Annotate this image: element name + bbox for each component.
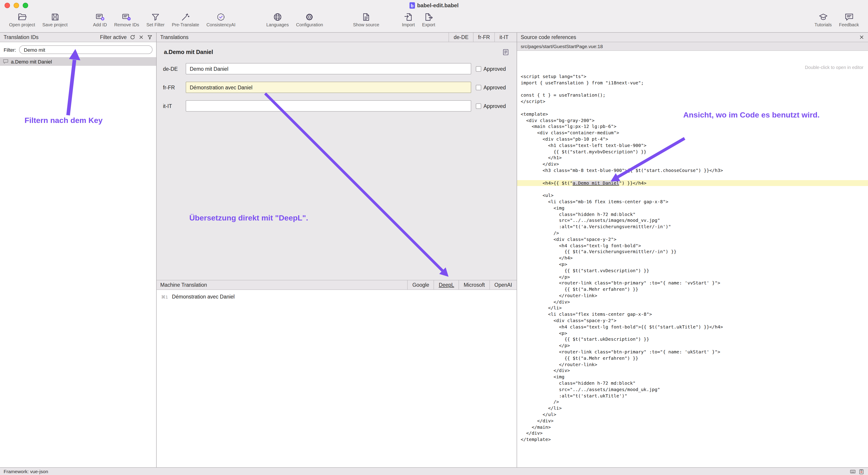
approved-checkbox-de-DE[interactable]: Approved [476,66,510,71]
toolbar-button-show-source[interactable]: Show source [349,12,383,27]
code-line: <div class="space-y-2"> [521,317,868,324]
filter-input[interactable] [19,45,153,54]
approved-checkbox-it-IT[interactable]: Approved [476,103,510,109]
toolbar-label: Import [402,22,415,27]
code-line: <script setup lang="ts"> [521,73,868,80]
toolbar-button-open-project[interactable]: Open project [5,12,39,27]
provider-button-microsoft[interactable]: Microsoft [459,280,489,290]
code-line [521,105,868,111]
code-line: {{ $t("start.ukDescription") }} [521,336,868,343]
language-tab-fr-FR[interactable]: fr-FR [473,33,494,42]
language-label: de-DE [163,66,181,71]
toolbar-button-languages[interactable]: Languages [262,12,292,27]
translation-row-de-DE: de-DEApproved [163,63,510,74]
refresh-icon[interactable] [130,34,135,40]
code-line: </ul> [521,411,868,418]
translation-id-list[interactable]: a.Demo mit Daniel [0,57,156,467]
translation-input-fr-FR[interactable] [186,82,471,93]
provider-button-openai[interactable]: OpenAI [489,280,517,290]
toolbar-label: Pre-Translate [172,22,199,27]
toolbar-label: Add ID [93,22,107,27]
source-code-listing[interactable]: <script setup lang="ts">import { useTran… [517,72,868,467]
code-line: </p> [521,343,868,349]
translation-ids-header: Translation IDs Filter active [0,33,156,42]
close-panel-icon[interactable] [859,34,864,40]
language-tab-de-DE[interactable]: de-DE [449,33,473,42]
language-label: fr-FR [163,84,181,90]
code-line: </div> [521,299,868,305]
translation-id-label: a.Demo mit Daniel [11,59,52,64]
code-line: <p> [521,330,868,336]
code-line: <li class="flex items-center gap-x-8"> [521,311,868,318]
approved-checkbox-fr-FR[interactable]: Approved [476,84,510,90]
code-line: {{ $t("start.myvbvDescription") }} [521,148,868,155]
open-in-editor-hint: Double-click to open in editor [517,51,868,72]
toolbar-button-configuration[interactable]: Configuration [292,12,327,27]
approved-label: Approved [484,103,506,109]
code-line: </h1> [521,155,868,161]
translation-id-item[interactable]: a.Demo mit Daniel [0,57,156,66]
translation-input-it-IT[interactable] [186,100,471,112]
highlighted-translation-key[interactable]: a.Demo mit Daniel [573,180,619,185]
clear-filter-icon[interactable] [138,34,144,40]
code-line: </script> [521,98,868,105]
close-window-button[interactable] [4,3,10,8]
status-keyboard-icon[interactable] [850,468,856,474]
translations-panel: Translations de-DEfr-FRit-IT a.Demo mit … [157,33,517,467]
toolbar-button-import[interactable]: Import [398,12,418,27]
zoom-window-button[interactable] [23,3,28,8]
toolbar-button-consistencyai[interactable]: ConsistencyAI [203,12,239,27]
checkbox-icon [476,103,481,109]
consistency-ai-icon [216,12,226,22]
toolbar-button-set-filter[interactable]: Set Filter [143,12,168,27]
toolbar-button-add-id[interactable]: Add ID [89,12,111,27]
machine-translation-result[interactable]: ⌘1 Démonstration avec Daniel [161,294,512,299]
filter-label: Filter: [4,47,16,53]
provider-button-google[interactable]: Google [407,280,434,290]
provider-button-deepl[interactable]: DeepL [434,280,459,290]
configuration-icon [305,12,314,22]
show-source-icon [361,12,371,22]
filter-funnel-icon[interactable] [147,34,153,40]
minimize-window-button[interactable] [13,3,19,8]
translation-entry-header: a.Demo mit Daniel [164,48,509,56]
toolbar-label: Languages [266,22,289,27]
code-line: {{ $t("a.Mehr erfahren") }} [521,355,868,362]
code-line: <h3 class="mb-8 text-blue-900">{{ $t("st… [521,167,868,174]
translation-input-de-DE[interactable] [186,63,471,74]
toolbar-button-tutorials[interactable]: Tutorials [811,12,835,27]
code-line: </router-link> [521,361,868,368]
code-line: <router-link class="btn-primary" :to="{ … [521,349,868,355]
window-title-text: babel-edit.babel [417,2,459,9]
toolbar-button-export[interactable]: Export [418,12,439,27]
translation-ids-title: Translation IDs [4,34,39,40]
code-line: <div class="bg-gray-200"> [521,117,868,124]
translation-ids-panel: Translation IDs Filter active Filter: [0,33,157,467]
code-line [521,174,868,180]
toolbar-button-save-project[interactable]: Save project [39,12,71,27]
code-line: {{ $t("a.Versicherungsvermittler/-in") }… [521,249,868,255]
pre-translate-icon [181,12,190,22]
translations-title: Translations [160,34,188,40]
code-line: <h4 class="text-lg font-bold"> [521,242,868,249]
language-tab-it-IT[interactable]: it-IT [494,33,513,42]
code-line: <router-link class="btn-primary" :to="{ … [521,280,868,286]
code-line: <template> [521,111,868,117]
code-line: <ul> [521,192,868,199]
toolbar-button-remove-ids[interactable]: Remove IDs [111,12,143,27]
code-line: src="../../assets/images/mood_vv.jpg" [521,217,868,224]
machine-translation-title: Machine Translation [160,282,207,287]
status-clipboard-icon[interactable] [859,468,864,474]
source-file-reference[interactable]: src/pages/start/GuestStartPage.vue:18 [517,42,868,51]
machine-translation-body: ⌘1 Démonstration avec Daniel [157,290,517,467]
languages-icon [273,12,282,22]
language-tabs: de-DEfr-FRit-IT [449,33,513,42]
toolbar-button-feedback[interactable]: Feedback [835,12,863,27]
toolbar-button-pre-translate[interactable]: Pre-Translate [168,12,203,27]
translation-rows: de-DEApprovedfr-FRApprovedit-ITApproved [163,63,510,112]
set-filter-icon [151,12,160,22]
comment-note-icon[interactable] [502,48,509,56]
open-project-icon [17,12,27,22]
source-code-header: Source code references [517,33,868,42]
message-bubble-icon [3,59,9,64]
